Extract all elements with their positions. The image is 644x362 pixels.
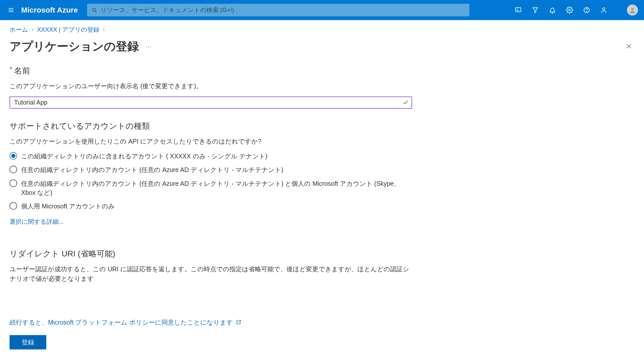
chevron-right-icon: ›: [32, 26, 33, 33]
account-type-radio-0[interactable]: この組織ディレクトリのみに含まれるアカウント ( XXXXX のみ - シングル…: [10, 152, 412, 161]
close-icon: [625, 43, 632, 50]
menu-hamburger-button[interactable]: [6, 5, 16, 15]
radio-label: 任意の組織ディレクトリ内のアカウント (任意の Azure AD ディレクトリ …: [21, 179, 404, 197]
svg-marker-7: [533, 8, 538, 13]
account-types-radio-group: この組織ディレクトリのみに含まれるアカウント ( XXXXX のみ - シングル…: [10, 152, 412, 211]
redirect-uri-description: ユーザー認証が成功すると、この URI に認証応答を返します。この時点での指定は…: [10, 264, 412, 283]
svg-point-8: [569, 9, 571, 11]
cloud-shell-icon: [515, 7, 522, 14]
svg-point-11: [602, 8, 605, 10]
title-more-button[interactable]: ···: [145, 43, 152, 50]
svg-point-10: [586, 11, 587, 12]
app-name-input[interactable]: [10, 97, 412, 109]
name-description: このアプリケーションのユーザー向け表示名 (後で変更できます)。: [10, 81, 412, 91]
external-link-icon: [236, 319, 242, 326]
search-icon: [92, 7, 97, 13]
svg-line-4: [95, 11, 96, 12]
brand-label: Microsoft Azure: [21, 6, 78, 14]
valid-check-icon: [403, 99, 409, 106]
account-type-radio-2[interactable]: 任意の組織ディレクトリ内のアカウント (任意の Azure AD ディレクトリ …: [10, 179, 412, 197]
account-avatar[interactable]: [627, 5, 638, 16]
svg-point-12: [631, 8, 634, 10]
redirect-uri-heading: リダイレクト URI (省略可能): [10, 248, 634, 259]
policy-agreement-link[interactable]: 続行すると、Microsoft プラットフォーム ポリシーに同意したことになりま…: [10, 318, 233, 327]
cloud-shell-button[interactable]: [514, 6, 522, 14]
radio-label: 任意の組織ディレクトリ内のアカウント (任意の Azure AD ディレクトリ …: [21, 165, 283, 174]
help-button[interactable]: [583, 6, 591, 14]
global-search-box[interactable]: [87, 4, 469, 16]
feedback-button[interactable]: [600, 6, 608, 14]
required-asterisk: *: [10, 65, 12, 73]
breadcrumb: ホーム › XXXXX | アプリの登録 ›: [0, 20, 644, 37]
account-type-radio-3[interactable]: 個人用 Microsoft アカウントのみ: [10, 202, 412, 211]
radio-circle-icon: [10, 179, 17, 187]
top-header: Microsoft Azure: [0, 0, 644, 20]
breadcrumb-second[interactable]: XXXXX | アプリの登録: [37, 26, 99, 34]
search-input[interactable]: [101, 7, 465, 14]
hamburger-icon: [8, 7, 14, 13]
close-blade-button[interactable]: [623, 41, 634, 53]
account-types-help-link[interactable]: 選択に関する詳細...: [10, 218, 64, 226]
chevron-right-icon: ›: [103, 26, 105, 33]
name-section-heading: *名前: [10, 65, 634, 76]
header-utility-icons: [514, 5, 638, 16]
svg-point-3: [92, 8, 96, 12]
register-button[interactable]: 登録: [10, 335, 46, 349]
account-types-heading: サポートされているアカウントの種類: [10, 121, 634, 132]
name-label: 名前: [14, 66, 30, 75]
notifications-button[interactable]: [548, 6, 556, 14]
breadcrumb-home[interactable]: ホーム: [10, 26, 28, 34]
avatar-person-icon: [629, 6, 636, 14]
directories-filter-button[interactable]: [531, 6, 539, 14]
footer-bar: 続行すると、Microsoft プラットフォーム ポリシーに同意したことになりま…: [0, 307, 644, 362]
help-icon: [583, 7, 590, 14]
radio-label: この組織ディレクトリのみに含まれるアカウント ( XXXXX のみ - シングル…: [21, 152, 267, 161]
feedback-icon: [600, 7, 607, 14]
radio-label: 個人用 Microsoft アカウントのみ: [21, 202, 115, 211]
account-types-question: このアプリケーションを使用したりこの API にアクセスしたりできるのはだれです…: [10, 137, 412, 146]
settings-button[interactable]: [566, 6, 574, 14]
radio-circle-icon: [10, 202, 17, 210]
gear-icon: [566, 7, 573, 14]
account-type-radio-1[interactable]: 任意の組織ディレクトリ内のアカウント (任意の Azure AD ディレクトリ …: [10, 165, 412, 174]
bell-icon: [549, 7, 556, 14]
radio-circle-icon: [10, 166, 17, 173]
filter-icon: [532, 7, 539, 14]
form-content: *名前 このアプリケーションのユーザー向け表示名 (後で変更できます)。 サポー…: [0, 55, 644, 309]
radio-circle-icon: [10, 152, 17, 160]
page-title: アプリケーションの登録: [10, 39, 139, 54]
